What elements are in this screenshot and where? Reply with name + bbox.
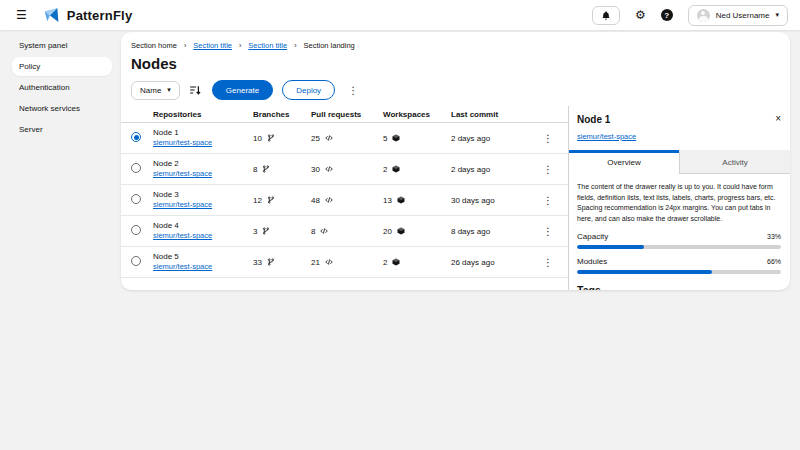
progress-label: Modules [577,257,607,266]
breadcrumb-link[interactable]: Section landing [303,41,354,50]
toolbar: Name ▾ Generate Deploy ⋮ [131,80,780,100]
drawer-description: The content of the drawer really is up t… [577,182,781,224]
breadcrumb-link[interactable]: Section title [193,41,232,50]
generate-button[interactable]: Generate [212,80,273,100]
row-radio[interactable] [131,256,141,266]
table-row: Node 2 siemur/test-space 8 [121,154,568,185]
progress-value: 33% [767,233,781,240]
breadcrumb-item: Section title › [248,41,303,50]
table-row: Node 3 siemur/test-space 12 [121,185,568,216]
user-menu[interactable]: Ned Username ▾ [688,5,788,26]
main-content-card: Section home › Section title › Section t… [121,32,790,290]
code-branch-icon [262,165,270,173]
sidebar-item[interactable]: Server [12,120,112,139]
row-kebab-button[interactable]: ⋮ [539,195,557,206]
hamburger-menu-icon[interactable]: ☰ [12,6,31,24]
toolbar-kebab-button[interactable]: ⋮ [344,85,362,96]
table-row: Node 1 siemur/test-space 10 [121,123,568,154]
last-commit: 2 days ago [451,165,539,174]
column-header: Pull requests [311,110,383,119]
notifications-button[interactable] [592,6,620,25]
breadcrumb-item: Section title › [193,41,248,50]
branches-count: 33 [253,258,262,267]
column-header: Last commit [451,110,539,119]
breadcrumb-item: Section landing › [303,41,354,50]
breadcrumb-link[interactable]: Section title [248,41,287,50]
deploy-button[interactable]: Deploy [282,80,335,100]
chevron-down-icon: ▾ [167,86,171,94]
row-radio[interactable] [131,163,141,173]
chevron-down-icon: ▾ [775,11,779,19]
code-branch-icon [267,134,275,142]
angle-right-icon: › [294,42,296,49]
sidebar-item[interactable]: Policy [12,57,112,76]
avatar [697,9,710,22]
sidebar-item[interactable]: Network services [12,99,112,118]
page-title: Nodes [131,55,780,72]
row-radio[interactable] [131,132,141,142]
close-icon[interactable]: × [775,114,781,124]
code-icon [325,165,333,173]
repo-link[interactable]: siemur/test-space [153,262,253,271]
table-header-row: Repositories Branches Pull requests Work… [121,106,568,123]
table-row: Node 5 siemur/test-space 33 [121,247,568,278]
drawer-tabs: Overview Activity [569,150,790,174]
nodes-table: Repositories Branches Pull requests Work… [121,106,568,290]
repo-link[interactable]: siemur/test-space [153,169,253,178]
help-button[interactable]: ? [661,9,673,21]
sidebar-item-label: Server [19,125,43,134]
progress-bar [577,270,781,274]
progress-value: 66% [767,258,781,265]
row-kebab-button[interactable]: ⋮ [539,133,557,144]
progress-item: Capacity 33% [577,232,781,249]
gear-icon: ⚙ [635,9,646,21]
brand-name: PatternFly [67,8,133,23]
sort-button[interactable] [189,83,203,97]
pull-requests-count: 48 [311,196,320,205]
last-commit: 2 days ago [451,134,539,143]
tab-overview[interactable]: Overview [569,150,679,174]
row-kebab-button[interactable]: ⋮ [539,226,557,237]
last-commit: 30 days ago [451,196,539,205]
breadcrumb: Section home › Section title › Section t… [131,41,780,50]
pull-requests-count: 8 [311,227,315,236]
name-filter-select[interactable]: Name ▾ [131,81,180,100]
cube-icon [392,134,400,142]
last-commit: 8 days ago [451,227,539,236]
brand[interactable]: PatternFly [43,7,133,24]
details-drawer: Node 1 × siemur/test-space Overview Acti… [568,106,790,290]
drawer-title: Node 1 [577,114,610,125]
workspaces-count: 2 [383,165,387,174]
breadcrumb-item: Section home › [131,41,193,50]
column-header: Workspaces [383,110,451,119]
repo-link[interactable]: siemur/test-space [153,231,253,240]
repo-link[interactable]: siemur/test-space [153,200,253,209]
row-kebab-button[interactable]: ⋮ [539,164,557,175]
bell-icon [601,10,611,21]
row-radio[interactable] [131,225,141,235]
breadcrumb-link[interactable]: Section home [131,41,177,50]
cube-icon [397,196,405,204]
sidebar-item-label: System panel [19,41,67,50]
row-radio[interactable] [131,194,141,204]
patternfly-logo-icon [43,7,60,24]
sidebar-item[interactable]: Authentication [12,78,112,97]
drawer-repo-link[interactable]: siemur/test-space [577,132,636,141]
settings-button[interactable]: ⚙ [635,9,646,21]
sidebar-item[interactable]: System panel [12,36,112,55]
branches-count: 3 [253,227,257,236]
pull-requests-count: 25 [311,134,320,143]
code-branch-icon [262,227,270,235]
repo-link[interactable]: siemur/test-space [153,138,253,147]
cube-icon [392,258,400,266]
cube-icon [392,165,400,173]
progress-label: Capacity [577,232,608,241]
tab-activity[interactable]: Activity [679,150,790,174]
name-filter-label: Name [140,86,161,95]
sidebar: System panel Policy Authentication Netwo… [0,30,116,450]
code-branch-icon [267,196,275,204]
row-kebab-button[interactable]: ⋮ [539,257,557,268]
angle-right-icon: › [239,42,241,49]
code-icon [325,196,333,204]
progress-item: Modules 66% [577,257,781,274]
